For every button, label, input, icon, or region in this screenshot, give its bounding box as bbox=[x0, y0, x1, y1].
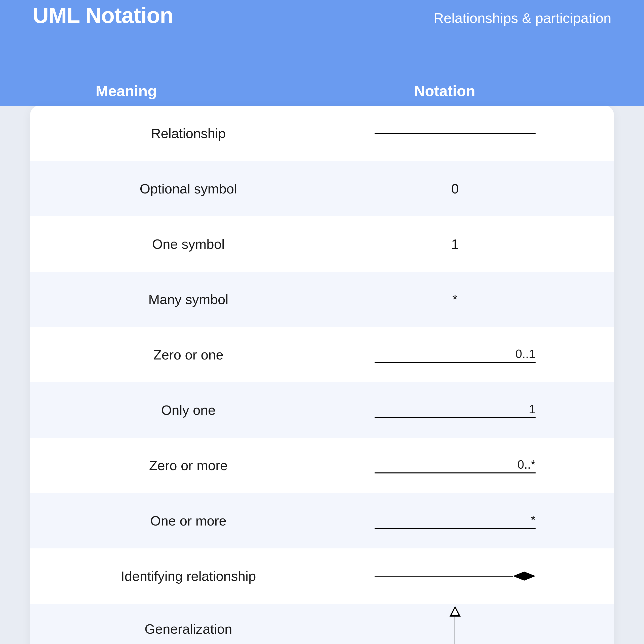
table-row: Relationship bbox=[30, 106, 614, 161]
column-headers: Meaning Notation bbox=[33, 82, 611, 100]
hollow-arrowhead-icon bbox=[450, 606, 461, 617]
meaning-label: Identifying relationship bbox=[60, 568, 316, 584]
header-bar: UML Notation Relationships & participati… bbox=[0, 0, 644, 106]
multiplicity-label: 0..1 bbox=[515, 347, 536, 361]
zero-or-one-line-icon: 0..1 bbox=[375, 347, 536, 363]
col-header-notation: Notation bbox=[328, 82, 561, 100]
line-icon bbox=[375, 576, 513, 577]
multiplicity-label: 1 bbox=[529, 402, 536, 416]
table-row: Generalization bbox=[30, 604, 614, 644]
page-title: UML Notation bbox=[33, 3, 173, 28]
line-icon bbox=[375, 417, 536, 418]
optional-symbol: 0 bbox=[451, 181, 459, 196]
table-row: One or more * bbox=[30, 493, 614, 548]
notation-cell: 1 bbox=[316, 236, 594, 252]
line-icon bbox=[375, 362, 536, 363]
table-row: Many symbol * bbox=[30, 272, 614, 327]
meaning-label: One symbol bbox=[60, 236, 316, 252]
line-icon bbox=[455, 617, 455, 644]
only-one-line-icon: 1 bbox=[375, 402, 536, 418]
line-icon bbox=[375, 528, 536, 529]
notation-cell: 0..1 bbox=[316, 347, 594, 363]
notation-cell bbox=[316, 606, 594, 644]
meaning-label: Relationship bbox=[60, 126, 316, 141]
notation-cell: * bbox=[316, 292, 594, 307]
page-subtitle: Relationships & participation bbox=[433, 10, 611, 26]
notation-cell bbox=[316, 133, 594, 134]
notation-cell bbox=[316, 572, 594, 581]
table-row: Only one 1 bbox=[30, 382, 614, 438]
zero-or-more-line-icon: 0..* bbox=[375, 458, 536, 473]
meaning-label: Only one bbox=[60, 402, 316, 418]
meaning-label: One or more bbox=[60, 513, 316, 529]
table-row: Zero or more 0..* bbox=[30, 438, 614, 493]
header-top: UML Notation Relationships & participati… bbox=[33, 0, 611, 28]
col-header-meaning: Meaning bbox=[96, 82, 328, 100]
identifying-relationship-icon bbox=[375, 572, 536, 581]
relationship-line-icon bbox=[375, 133, 536, 134]
notation-cell: 0 bbox=[316, 181, 594, 196]
meaning-label: Zero or one bbox=[60, 347, 316, 363]
generalization-arrow-icon bbox=[450, 606, 461, 644]
meaning-label: Optional symbol bbox=[60, 181, 316, 196]
line-icon bbox=[375, 472, 536, 473]
notation-card: Relationship Optional symbol 0 One symbo… bbox=[30, 106, 614, 644]
multiplicity-label: * bbox=[531, 513, 536, 527]
notation-cell: 0..* bbox=[316, 458, 594, 473]
notation-cell: 1 bbox=[316, 402, 594, 418]
many-symbol: * bbox=[452, 292, 458, 307]
one-symbol: 1 bbox=[451, 236, 459, 252]
multiplicity-label: 0..* bbox=[517, 458, 536, 471]
table-row: One symbol 1 bbox=[30, 216, 614, 272]
meaning-label: Generalization bbox=[60, 621, 316, 637]
table-row: Identifying relationship bbox=[30, 548, 614, 604]
one-or-more-line-icon: * bbox=[375, 513, 536, 529]
notation-cell: * bbox=[316, 513, 594, 529]
filled-diamond-icon bbox=[513, 572, 536, 581]
meaning-label: Many symbol bbox=[60, 292, 316, 307]
meaning-label: Zero or more bbox=[60, 458, 316, 473]
table-row: Optional symbol 0 bbox=[30, 161, 614, 216]
table-row: Zero or one 0..1 bbox=[30, 327, 614, 382]
